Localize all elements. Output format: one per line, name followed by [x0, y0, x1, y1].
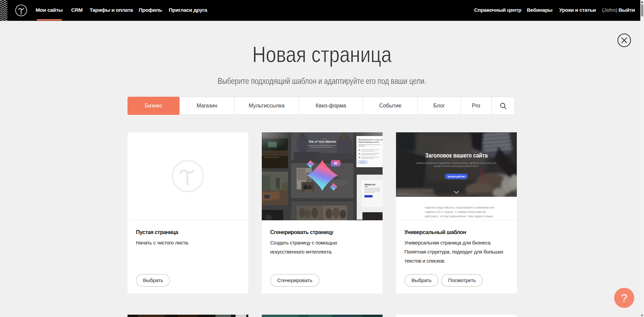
svg-text:AI: AI	[334, 161, 338, 165]
svg-text:About us: About us	[364, 183, 376, 186]
svg-text:Заголовок вашего сайта: Заголовок вашего сайта	[425, 152, 488, 159]
svg-text:Добавьте интересные подробност: Добавьте интересные подробности о вашей …	[416, 162, 496, 165]
svg-text:вкладка «Контент» для редактир: вкладка «Контент» для редактирования тек…	[434, 165, 479, 168]
svg-text:Целевое действие: Целевое действие	[448, 175, 465, 178]
svg-text:Title of Your Website: Title of Your Website	[308, 140, 336, 143]
